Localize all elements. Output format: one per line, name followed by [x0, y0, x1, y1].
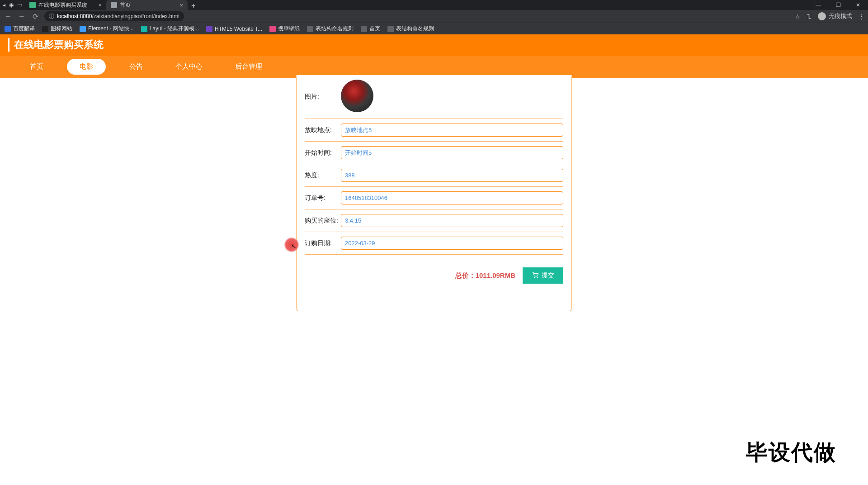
tab-favicon: [111, 2, 117, 8]
form-row-date: 订购日期:: [305, 232, 563, 255]
browser-toolbar: ← → ⟳ ⓘ localhost:8080/zaixiandianyingpi…: [0, 10, 868, 23]
minimize-button[interactable]: —: [808, 0, 828, 10]
toolbar-extra-icon[interactable]: ⇅: [807, 13, 811, 20]
bookmark-favicon: [307, 26, 313, 32]
menu-icon[interactable]: ⋮: [859, 13, 864, 20]
main-nav: 首页 电影 公告 个人中心 后台管理: [0, 59, 868, 75]
new-tab-button[interactable]: +: [188, 2, 199, 10]
svg-point-0: [534, 277, 535, 277]
browser-titlebar: ◂ ◉ ▭ 在线电影票购买系统 × 首页 × + — ❐ ✕: [0, 0, 868, 10]
bookmark-favicon: [80, 26, 86, 32]
form-row-seats: 购买的座位:: [305, 209, 563, 232]
label-heat: 热度:: [305, 171, 341, 180]
header-bar: 在线电影票购买系统 首页 电影 公告 个人中心 后台管理: [0, 34, 868, 75]
bookmark-item[interactable]: 首页: [361, 25, 380, 33]
forward-button[interactable]: →: [17, 12, 26, 20]
form-row-order: 订单号:: [305, 187, 563, 209]
date-input[interactable]: [341, 237, 563, 250]
form-row-start: 开始时间:: [305, 142, 563, 164]
bookmark-favicon: [206, 26, 212, 32]
tab-title: 在线电影票购买系统: [38, 1, 87, 9]
nav-home[interactable]: 首页: [21, 59, 52, 75]
start-input[interactable]: [341, 146, 563, 159]
address-bar[interactable]: ⓘ localhost:8080/zaixiandianyingpiao/fro…: [44, 11, 184, 21]
incognito-indicator[interactable]: 无痕模式: [818, 12, 852, 20]
tab-title: 首页: [120, 1, 131, 9]
order-input[interactable]: [341, 191, 563, 204]
back-history-icon[interactable]: ◂: [3, 2, 5, 8]
nav-notice[interactable]: 公告: [120, 59, 152, 75]
url-text: localhost:8080/zaixiandianyingpiao/front…: [57, 13, 179, 19]
label-date: 订购日期:: [305, 239, 341, 247]
watermark-text: 毕设代做: [746, 438, 836, 467]
bookmark-item[interactable]: 百度翻译: [5, 25, 35, 33]
order-form-card: 图片: 放映地点: 开始时间: 热度: 订单号: 购买的座位:: [296, 75, 572, 311]
tab-favicon: [29, 2, 36, 8]
browser-tab-2[interactable]: 首页 ×: [106, 0, 188, 10]
form-footer: 总价：1011.09RMB 提交: [305, 255, 563, 284]
maximize-button[interactable]: ❐: [828, 0, 848, 10]
tab-search-icon[interactable]: ◉: [9, 2, 14, 8]
bookmarks-bar: 百度翻译 图标网站 Element - 网站快... Layui - 经典开源模…: [0, 23, 868, 34]
nav-user-center[interactable]: 个人中心: [166, 59, 212, 75]
back-button[interactable]: ←: [4, 12, 13, 20]
bookmark-item[interactable]: 表结构命名规则: [387, 25, 434, 33]
page-content: 在线电影票购买系统 首页 电影 公告 个人中心 后台管理 图片: 放映地点:: [0, 34, 868, 485]
bookmark-item[interactable]: Layui - 经典开源模...: [141, 25, 199, 33]
close-window-button[interactable]: ✕: [848, 0, 868, 10]
form-row-location: 放映地点:: [305, 119, 563, 142]
star-icon[interactable]: ☆: [795, 13, 800, 20]
close-icon[interactable]: ×: [98, 2, 102, 9]
label-location: 放映地点:: [305, 126, 341, 134]
incognito-icon: [818, 12, 826, 20]
bookmark-favicon: [387, 26, 394, 32]
bookmark-favicon: [141, 26, 147, 32]
reload-button[interactable]: ⟳: [31, 12, 40, 21]
bookmark-favicon: [269, 26, 276, 32]
form-row-image: 图片:: [305, 75, 563, 119]
label-image: 图片:: [305, 93, 341, 101]
cart-icon: [532, 272, 539, 280]
submit-button[interactable]: 提交: [523, 267, 563, 284]
nav-movie[interactable]: 电影: [67, 59, 106, 75]
nav-admin[interactable]: 后台管理: [226, 59, 271, 75]
browser-tab-1[interactable]: 在线电影票购买系统 ×: [25, 0, 106, 10]
heat-input[interactable]: [341, 169, 563, 182]
site-title: 在线电影票购买系统: [9, 38, 104, 52]
bookmark-favicon: [42, 26, 48, 32]
label-order: 订单号:: [305, 194, 341, 202]
bookmark-item[interactable]: 表结构命名规则: [307, 25, 354, 33]
bookmark-favicon: [361, 26, 367, 32]
close-icon[interactable]: ×: [179, 2, 183, 9]
site-info-icon[interactable]: ⓘ: [49, 13, 54, 20]
bookmark-item[interactable]: HTML5 Website T...: [206, 26, 262, 32]
bookmark-item[interactable]: Element - 网站快...: [80, 25, 134, 33]
total-label: 总价：1011.09RMB: [455, 271, 515, 280]
bookmark-favicon: [5, 26, 11, 32]
label-seats: 购买的座位:: [305, 217, 341, 225]
bookmark-item[interactable]: 图标网站: [42, 25, 72, 33]
label-start: 开始时间:: [305, 149, 341, 157]
app-icon: ▭: [17, 2, 22, 8]
movie-thumbnail[interactable]: [341, 80, 373, 112]
location-input[interactable]: [341, 124, 563, 137]
form-row-heat: 热度:: [305, 164, 563, 187]
bookmark-item[interactable]: 搜壁壁纸: [269, 25, 300, 33]
svg-point-1: [537, 277, 538, 277]
seats-input[interactable]: [341, 214, 563, 227]
